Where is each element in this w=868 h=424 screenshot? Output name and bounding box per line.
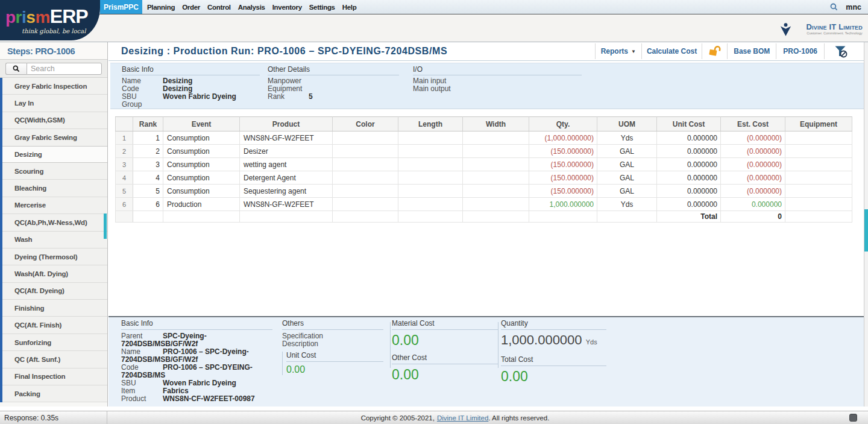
quantity-value: 1,000.000000 Yds [501, 332, 606, 350]
step-list: Grey Fabric InspectionLay InQC(Width,GSM… [0, 78, 107, 402]
column-header-Est. Cost[interactable]: Est. Cost [721, 117, 785, 131]
info-basic-header: Basic Info [122, 66, 260, 75]
sidebar-scrollbar-thumb[interactable] [104, 214, 107, 239]
total-cost-header: Total Cost [501, 356, 606, 366]
table-header-row: RankEventProductColorLengthWidthQty.UOMU… [116, 117, 852, 131]
sidebar-search-row [0, 60, 107, 78]
column-header-Equipment[interactable]: Equipment [785, 117, 852, 131]
details-panel: Basic Info ParentSPC-Dyeing-7204DSB/MSB/… [108, 316, 868, 407]
step-item-mercerise[interactable]: Mercerise [0, 197, 107, 214]
column-header-Rank[interactable]: Rank [133, 117, 163, 131]
app-window: PrismPPC PlanningOrderControlAnalysisInv… [0, 0, 868, 424]
step-item-desizing[interactable]: Desizing [0, 146, 107, 163]
table-row[interactable]: 22ConsumptionDesizer(150.000000)GAL0.000… [116, 145, 852, 158]
step-item-final-inspection[interactable]: Final Inspection [0, 369, 107, 385]
details-basic-header: Basic Info [121, 320, 272, 330]
step-item-gray-fabric-sewing[interactable]: Gray Fabric Sewing [0, 129, 107, 146]
menu-item-control[interactable]: Control [204, 0, 234, 14]
info-basic: Basic Info NameDesizingCodeDesizingSBUWo… [122, 66, 260, 109]
search-icon[interactable] [830, 3, 838, 11]
step-item-scouring[interactable]: Scouring [0, 163, 107, 180]
info-io: I/O Main inputMain output [413, 66, 582, 109]
table-total-row: Total0 [116, 211, 852, 223]
column-header-row-number[interactable] [116, 117, 133, 131]
run-code-button[interactable]: PRO-1006 [776, 47, 824, 55]
status-icon [849, 414, 857, 422]
base-bom-button[interactable]: Base BOM [728, 47, 776, 55]
tab-prismppc[interactable]: PrismPPC [100, 0, 142, 14]
unlock-icon[interactable] [702, 45, 727, 58]
column-header-Product[interactable]: Product [240, 117, 333, 131]
table-row[interactable]: 33Consumptionwetting agent(150.000000)GA… [116, 158, 852, 171]
divine-it-link[interactable]: Divine IT Limited [437, 414, 488, 422]
table-row[interactable]: 66ProductionWNS8N-GF-W2FEET1,000.000000Y… [116, 198, 852, 211]
details-row: CodePRO-1006 – SPC-DYEING-7204DSB/MS [121, 364, 272, 379]
column-header-Qty.[interactable]: Qty. [529, 117, 597, 131]
step-item-grey-fabric-inspection[interactable]: Grey Fabric Inspection [0, 78, 107, 95]
divine-it-name: Divine IT Limited [794, 23, 863, 31]
column-header-Length[interactable]: Length [398, 117, 463, 131]
step-item-qc-aft-dyeing-[interactable]: QC(Aft. Dyeing) [0, 283, 107, 300]
info-row: Rank5 [268, 93, 399, 101]
table-row[interactable]: 44ConsumptionDetergent Agent(150.000000)… [116, 171, 852, 185]
menu-item-planning[interactable]: Planning [143, 0, 178, 14]
details-others-header: Others [282, 320, 383, 330]
table-row[interactable]: 11ConsumptionWNS8N-GF-W2FEET(1,000.00000… [116, 131, 852, 145]
sidebar-search-input[interactable] [27, 63, 102, 75]
menu-item-settings[interactable]: Settings [306, 0, 339, 14]
menu-item-analysis[interactable]: Analysis [234, 0, 269, 14]
details-others: Others SpecificationDescription Unit Cos… [282, 320, 383, 407]
menu-items: PlanningOrderControlAnalysisInventorySet… [143, 0, 360, 14]
quantity-unit: Yds [586, 338, 597, 346]
menu-item-help[interactable]: Help [339, 0, 360, 14]
column-header-Unit Cost[interactable]: Unit Cost [657, 117, 721, 131]
column-header-Event[interactable]: Event [163, 117, 240, 131]
other-cost-value: 0.00 [392, 367, 498, 382]
sidebar-search-button[interactable] [5, 63, 27, 75]
footer: Response: 0.35s Copyright © 2005-2021, D… [0, 411, 868, 424]
info-row: Main output [413, 85, 582, 93]
main-scrollbar-thumb[interactable] [864, 209, 868, 252]
step-item-bleaching[interactable]: Bleaching [0, 180, 107, 197]
header-strip: Divine IT Limited Customer. Commitment. … [0, 15, 868, 42]
user-menu[interactable]: mnc [846, 3, 863, 11]
column-header-Width[interactable]: Width [463, 117, 529, 131]
page-title: Desizing : Production Run: PRO-1006 – SP… [108, 46, 447, 57]
logo-erp: ERP [50, 5, 88, 27]
divine-it-logo: Divine IT Limited Customer. Commitment. … [780, 23, 863, 39]
quantity-header: Quantity [501, 320, 606, 330]
details-costs: Material Cost 0.00 Other Cost 0.00 [387, 320, 498, 407]
step-item-packing[interactable]: Packing [0, 385, 107, 402]
step-item-finishing[interactable]: Finishing [0, 300, 107, 317]
divine-it-tagline: Customer. Commitment. Technology [807, 31, 863, 35]
step-item-qc-aft-finish-[interactable]: QC(Aft. Finish) [0, 317, 107, 334]
info-other-details: Other Details ManpowerEquipmentRank5 [268, 66, 399, 109]
step-item-qc-aft-sunf-[interactable]: QC (Aft. Sunf.) [0, 351, 107, 368]
reports-button[interactable]: Reports▼ [596, 47, 641, 55]
calculate-cost-button[interactable]: Calculate Cost [642, 47, 702, 55]
sidebar-steps: Steps: PRO-1006 Grey Fabric InspectionLa… [0, 42, 108, 407]
step-item-qc-width-gsm-[interactable]: QC(Width,GSM) [0, 112, 107, 129]
info-other-header: Other Details [268, 66, 399, 75]
details-unit-cost: Unit Cost 0.00 [282, 352, 383, 375]
menu-item-inventory[interactable]: Inventory [269, 0, 306, 14]
logo-prism-letters: prism [5, 8, 50, 27]
step-item-lay-in[interactable]: Lay In [0, 95, 107, 112]
step-item-wash[interactable]: Wash [0, 232, 107, 248]
material-cost-header: Material Cost [392, 320, 498, 330]
copyright: Copyright © 2005-2021, Divine IT Limited… [42, 411, 868, 424]
step-item-sunforizing[interactable]: Sunforizing [0, 334, 107, 351]
column-header-UOM[interactable]: UOM [597, 117, 657, 131]
step-item-qc-ab-ph-w-ness-wd-[interactable]: QC(Ab,Ph,W-Ness,Wd) [0, 214, 107, 231]
column-header-Color[interactable]: Color [333, 117, 398, 131]
clear-filter-icon[interactable] [825, 45, 848, 58]
total-cost-value: 0.00 [501, 369, 606, 384]
details-quantity: Quantity 1,000.000000 Yds Total Cost 0.0… [498, 320, 606, 407]
main-scrollbar-track[interactable] [864, 42, 868, 407]
table-row[interactable]: 55ConsumptionSequestering agent(150.0000… [116, 185, 852, 198]
details-others-row: Description [282, 340, 383, 348]
menu-item-order[interactable]: Order [178, 0, 204, 14]
step-item-dyeing-thermosol-[interactable]: Dyeing (Thermosol) [0, 248, 107, 265]
step-item-wash-aft-dying-[interactable]: Wash(Aft. Dying) [0, 265, 107, 282]
unit-cost-value: 0.00 [286, 364, 383, 375]
